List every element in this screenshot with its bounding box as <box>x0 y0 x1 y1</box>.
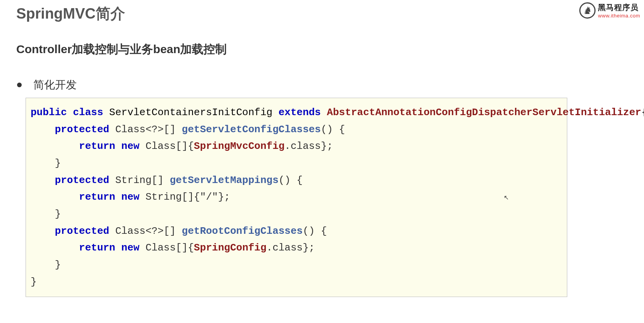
page-title: SpringMVC简介 <box>0 0 644 24</box>
code-block: public class ServletContainersInitConfig… <box>26 98 567 297</box>
cursor-icon: ↖ <box>504 194 509 201</box>
bullet-dot-icon <box>17 83 22 87</box>
bullet-item: 简化开发 <box>0 57 644 92</box>
logo-cn-text: 黑马程序员 <box>598 2 639 13</box>
logo-text-group: 黑马程序员 www.itheima.com <box>598 2 640 19</box>
brand-logo: ♞ 黑马程序员 www.itheima.com <box>579 2 640 19</box>
logo-icon: ♞ <box>579 2 596 19</box>
bullet-text: 简化开发 <box>33 78 77 92</box>
horse-icon: ♞ <box>583 5 592 17</box>
page-subtitle: Controller加载控制与业务bean加载控制 <box>0 24 644 57</box>
logo-url-text: www.itheima.com <box>598 13 640 19</box>
